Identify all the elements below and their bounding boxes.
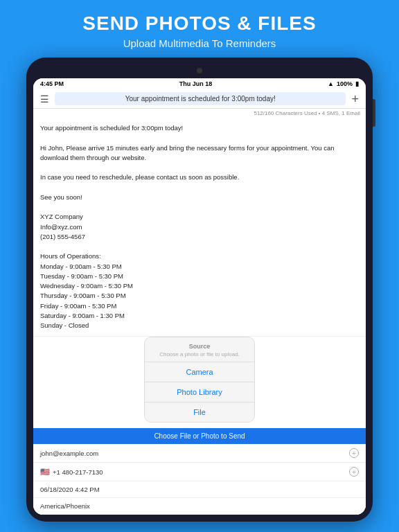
page-header: SEND PHOTOS & FILES Upload Multimedia To… — [0, 0, 399, 57]
message-line-14: Monday - 9:00am - 5:30 PM — [40, 262, 359, 272]
message-line-10: Info@xyz.com — [40, 222, 359, 232]
timezone-field-row: America/Phoenix — [33, 498, 366, 515]
phone-flag: 🇺🇸 — [40, 468, 50, 477]
message-line-20: Sunday - Closed — [40, 321, 359, 330]
choose-file-button[interactable]: Choose File or Photo to Send — [33, 428, 366, 444]
wifi-icon: ▲ — [328, 80, 334, 87]
message-line-3: Hi John, Please arrive 15 minutes early … — [40, 143, 359, 163]
device-camera — [197, 68, 202, 73]
device-top-bar — [33, 64, 366, 77]
message-line-1: Your appointment is scheduled for 3:00pm… — [40, 123, 359, 133]
device-frame: 4:45 PM Thu Jun 18 ▲ 100% ▮ ☰ Your appoi… — [26, 57, 373, 522]
hamburger-icon[interactable]: ☰ — [40, 94, 49, 105]
message-line-7: See you soon! — [40, 193, 359, 202]
message-line-16: Wednesday - 9:00am - 5:30 PM — [40, 281, 359, 291]
battery-icon: ▮ — [355, 80, 359, 87]
phone-field-addon[interactable]: + — [349, 467, 359, 477]
message-subject-input[interactable]: Your appointment is scheduled for 3:00pm… — [55, 92, 346, 105]
device-screen: 4:45 PM Thu Jun 18 ▲ 100% ▮ ☰ Your appoi… — [33, 78, 366, 515]
email-field-addon[interactable]: + — [349, 448, 359, 458]
phone-field-value: +1 480-217-7130 — [53, 468, 103, 476]
char-count-text: 512/160 Characters Used • 4 SMS, 1 Email — [254, 110, 360, 116]
source-photo-library-button[interactable]: Photo Library — [145, 382, 254, 402]
page-title: SEND PHOTOS & FILES — [14, 12, 385, 35]
status-time: 4:45 PM — [40, 80, 64, 87]
status-bar-right: ▲ 100% ▮ — [328, 80, 359, 87]
message-line-19: Saturday - 9:00am - 1:30 PM — [40, 311, 359, 321]
status-date: Thu Jun 18 — [179, 80, 213, 87]
email-field-value: john@example.com — [40, 450, 98, 457]
source-picker: Source Choose a photo or file to upload.… — [144, 337, 255, 423]
char-count-bar: 512/160 Characters Used • 4 SMS, 1 Email — [33, 109, 366, 118]
date-field-value: 06/18/2020 4:42 PM — [40, 486, 100, 493]
message-line-5: In case you need to reschedule, please c… — [40, 172, 359, 182]
add-icon[interactable]: + — [351, 93, 359, 105]
page-subtitle: Upload Multimedia To Reminders — [14, 37, 385, 49]
message-line-9: XYZ Company — [40, 212, 359, 222]
bottom-fields: john@example.com + 🇺🇸 +1 480-217-7130 + … — [33, 444, 366, 515]
app-header: ☰ Your appointment is scheduled for 3:00… — [33, 89, 366, 109]
source-file-button[interactable]: File — [145, 402, 254, 422]
battery-percent: 100% — [337, 80, 353, 87]
message-body: Your appointment is scheduled for 3:00pm… — [33, 118, 366, 337]
source-picker-subtitle: Choose a photo or file to upload. — [145, 351, 254, 362]
source-camera-button[interactable]: Camera — [145, 362, 254, 382]
message-line-15: Tuesday - 9:00am - 5:30 PM — [40, 272, 359, 281]
message-line-13: Hours of Operations: — [40, 251, 359, 261]
source-picker-overlay: Source Choose a photo or file to upload.… — [33, 337, 366, 428]
message-line-18: Friday - 9:00am - 5:30 PM — [40, 301, 359, 311]
phone-field-row: 🇺🇸 +1 480-217-7130 + — [33, 463, 366, 481]
source-picker-title: Source — [145, 337, 254, 351]
message-line-17: Thursday - 9:00am - 5:30 PM — [40, 291, 359, 301]
date-field-row: 06/18/2020 4:42 PM — [33, 481, 366, 498]
status-bar: 4:45 PM Thu Jun 18 ▲ 100% ▮ — [33, 78, 366, 89]
message-line-11: (201) 555-4567 — [40, 232, 359, 242]
timezone-field-value: America/Phoenix — [40, 502, 90, 510]
side-button — [373, 99, 375, 127]
email-field-row: john@example.com + — [33, 444, 366, 463]
